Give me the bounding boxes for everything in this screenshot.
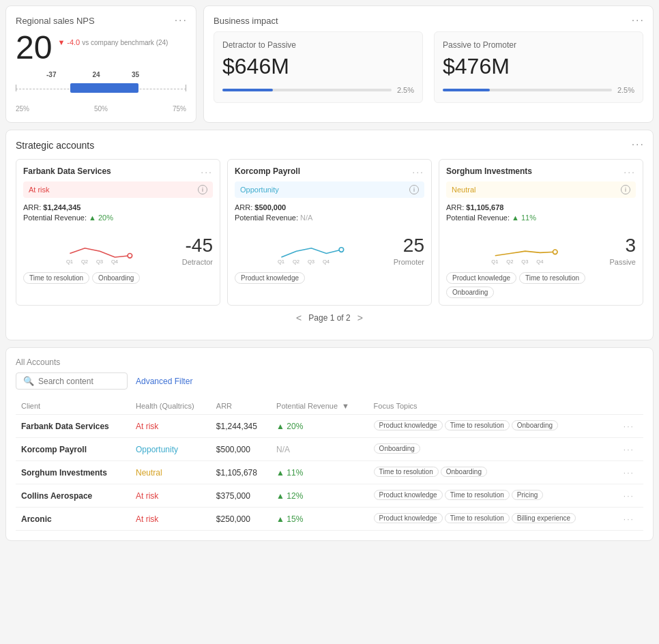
- strat-arr-0: ARR: $1,244,345: [23, 203, 213, 211]
- strat-card-title-2: Sorghum Investments: [446, 166, 636, 176]
- col-arr: ARR: [211, 398, 271, 415]
- strategic-cards: Farbank Data Services ··· At risk i ARR:…: [16, 159, 643, 306]
- client-name: Arconic: [16, 508, 130, 531]
- strat-tag: Product knowledge: [235, 272, 305, 284]
- strat-chart-2: Q1 Q2 Q3 Q4: [446, 227, 604, 267]
- col-actions: [618, 398, 643, 415]
- strat-arr-1: ARR: $500,000: [235, 203, 424, 211]
- strat-arr-2: ARR: $1,105,678: [446, 203, 636, 211]
- next-page-button[interactable]: >: [357, 312, 363, 323]
- svg-point-10: [553, 250, 557, 254]
- nps-card: Regional sales NPS ··· 20 ▼ -4.0 vs comp…: [5, 5, 196, 123]
- client-name: Collins Aerospace: [16, 484, 130, 508]
- sort-icon: ▼: [342, 402, 349, 410]
- nps-menu[interactable]: ···: [175, 14, 188, 27]
- tag-pill: Product knowledge: [374, 513, 443, 523]
- svg-text:Q2: Q2: [293, 259, 299, 265]
- strat-card-1: Korcomp Payroll ··· Opportunity i ARR: $…: [227, 159, 432, 306]
- accounts-section: All Accounts 🔍 Advanced Filter Client He…: [5, 347, 654, 541]
- focus-topics: Product knowledgeTime to resolutionPrici…: [368, 484, 618, 508]
- revenue-value: ▲ 15%: [276, 514, 303, 524]
- tag-pill: Product knowledge: [374, 420, 443, 430]
- health-status: At risk: [130, 415, 211, 438]
- strat-score-1: 25 Promoter: [394, 235, 424, 267]
- strat-chart-row-1: Q1 Q2 Q3 Q4 25 Promoter: [235, 227, 424, 267]
- row-menu-button[interactable]: ···: [618, 415, 643, 438]
- bi-bar-track-1: [443, 89, 612, 91]
- search-box[interactable]: 🔍: [16, 372, 128, 390]
- accounts-header: 🔍 Advanced Filter: [16, 372, 643, 390]
- focus-topics: Product knowledgeTime to resolutionBilli…: [368, 508, 618, 531]
- col-revenue[interactable]: Potential Revenue ▼: [271, 398, 368, 415]
- strat-tag: Product knowledge: [446, 272, 516, 284]
- bi-value-0: $646M: [222, 54, 414, 79]
- info-icon-0[interactable]: i: [198, 185, 207, 194]
- client-name: Korcomp Payroll: [16, 438, 130, 461]
- table-row: Korcomp Payroll Opportunity $500,000 N/A…: [16, 438, 643, 461]
- info-icon-1[interactable]: i: [409, 185, 419, 194]
- strat-card-title-1: Korcomp Payroll: [235, 166, 424, 176]
- tag-pill: Time to resolution: [374, 467, 439, 477]
- col-client: Client: [16, 398, 130, 415]
- bi-item-1: Passive to Promoter $476M 2.5%: [434, 31, 643, 103]
- revenue-value: ▲ 11%: [276, 468, 303, 478]
- prev-page-button[interactable]: <: [296, 312, 302, 323]
- bi-item-0: Detractor to Passive $646M 2.5%: [214, 31, 423, 103]
- bi-bar-track-0: [222, 89, 392, 91]
- advanced-filter-button[interactable]: Advanced Filter: [136, 377, 192, 386]
- business-impact-menu[interactable]: ···: [632, 14, 645, 27]
- revenue-value: ▲ 20%: [276, 422, 303, 431]
- bi-label-0: Detractor to Passive: [222, 40, 414, 50]
- row-menu-button[interactable]: ···: [618, 508, 643, 531]
- business-impact-card: Business impact ··· Detractor to Passive…: [203, 5, 654, 123]
- nps-title: Regional sales NPS: [16, 16, 186, 26]
- svg-point-0: [128, 254, 132, 259]
- strat-card-menu-2[interactable]: ···: [624, 166, 636, 177]
- strategic-menu[interactable]: ···: [632, 138, 645, 151]
- svg-text:Q3: Q3: [96, 259, 103, 265]
- strat-score-2: 3 Passive: [609, 235, 636, 267]
- revenue-cell: ▲ 20%: [271, 415, 368, 438]
- bi-bar-fill-1: [443, 89, 490, 91]
- svg-text:Q4: Q4: [111, 259, 119, 265]
- bi-value-1: $476M: [443, 54, 634, 79]
- strat-rev-1: Potential Revenue: N/A: [235, 214, 424, 222]
- info-icon-2[interactable]: i: [621, 185, 630, 194]
- tag-pill: Onboarding: [374, 443, 420, 454]
- focus-topics: Time to resolutionOnboarding: [368, 461, 618, 484]
- strat-rev-0: Potential Revenue: ▲ 20%: [23, 214, 213, 222]
- strat-card-menu-0[interactable]: ···: [201, 166, 213, 177]
- client-name: Farbank Data Services: [16, 415, 130, 438]
- strat-badge-0: At risk i: [23, 181, 213, 198]
- revenue-cell: N/A: [271, 438, 368, 461]
- tag-pill: Pricing: [512, 490, 544, 500]
- table-row: Farbank Data Services At risk $1,244,345…: [16, 415, 643, 438]
- revenue-cell: ▲ 15%: [271, 508, 368, 531]
- strat-tag: Time to resolution: [519, 272, 585, 284]
- strat-chart-row-0: Q1 Q2 Q3 Q4 -45 Detractor: [23, 227, 213, 267]
- strat-tags-0: Time to resolution Onboarding: [23, 272, 213, 284]
- search-icon: 🔍: [23, 376, 34, 386]
- svg-text:Q3: Q3: [308, 259, 314, 265]
- business-impact-title: Business impact: [214, 16, 643, 26]
- arr-value: $1,105,678: [211, 461, 271, 484]
- svg-text:Q2: Q2: [81, 259, 88, 265]
- strat-tag: Onboarding: [446, 287, 494, 298]
- search-input[interactable]: [38, 377, 120, 386]
- strat-card-menu-1[interactable]: ···: [412, 166, 424, 177]
- revenue-value: ▲ 12%: [276, 491, 303, 501]
- table-row: Sorghum Investments Neutral $1,105,678 ▲…: [16, 461, 643, 484]
- bi-percent-1: 2.5%: [617, 86, 634, 94]
- health-status: Neutral: [130, 461, 211, 484]
- table-row: Arconic At risk $250,000 ▲ 15% Product k…: [16, 508, 643, 531]
- nps-range-labels: 25% 50% 75%: [16, 105, 186, 113]
- tag-pill: Billing experience: [512, 513, 576, 523]
- row-menu-button[interactable]: ···: [618, 484, 643, 508]
- strat-rev-2: Potential Revenue: ▲ 11%: [446, 214, 636, 222]
- row-menu-button[interactable]: ···: [618, 438, 643, 461]
- svg-text:Q4: Q4: [323, 259, 330, 265]
- row-menu-button[interactable]: ···: [618, 461, 643, 484]
- tag-pill: Time to resolution: [445, 420, 510, 430]
- strat-tag: Time to resolution: [23, 272, 89, 284]
- strat-card-title-0: Farbank Data Services: [23, 166, 213, 176]
